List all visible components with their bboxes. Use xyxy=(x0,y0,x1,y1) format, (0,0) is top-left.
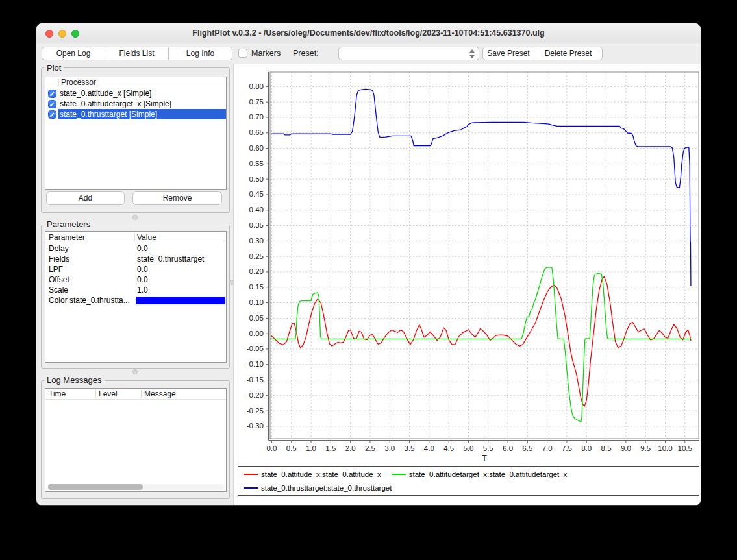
column-value: Value xyxy=(137,232,156,243)
scrollbar-thumb[interactable] xyxy=(48,484,143,490)
series-label[interactable]: state_0.attitude_x [Simple] xyxy=(58,88,226,99)
fields-list-button[interactable]: Fields List xyxy=(105,47,169,60)
svg-text:1.0: 1.0 xyxy=(306,444,316,452)
svg-text:8.5: 8.5 xyxy=(601,444,612,452)
preset-label: Preset: xyxy=(293,47,319,60)
log-info-button[interactable]: Log Info xyxy=(169,47,232,60)
svg-text:0.65: 0.65 xyxy=(249,128,264,136)
svg-text:0.05: 0.05 xyxy=(249,314,264,322)
flight-data-chart[interactable]: -0.30-0.25-0.20-0.15-0.10-0.050.000.050.… xyxy=(234,64,701,463)
processor-column-header: Processor xyxy=(45,77,226,88)
log-messages-group-title: Log Messages xyxy=(44,376,105,384)
open-log-button[interactable]: Open Log xyxy=(42,47,105,60)
column-level: Level xyxy=(99,389,118,400)
table-row[interactable]: Offset 0.0 xyxy=(45,274,226,285)
series-visible-checkbox[interactable] xyxy=(48,110,56,119)
list-item[interactable]: state_0.attitude_x [Simple] xyxy=(45,88,226,99)
add-button[interactable]: Add xyxy=(46,191,125,205)
markers-label: Markers xyxy=(251,47,281,60)
flightplot-window: FlightPlot v.0.3.2 - /Users/oleg/Documen… xyxy=(36,23,701,506)
horizontal-scrollbar[interactable] xyxy=(47,484,225,490)
legend-item: state_0.attitude_x:state_0.attitude_x xyxy=(244,467,381,481)
svg-text:0.50: 0.50 xyxy=(249,175,264,183)
svg-text:5.0: 5.0 xyxy=(463,444,473,452)
svg-text:0.0: 0.0 xyxy=(266,444,277,452)
vertical-splitter-handle[interactable] xyxy=(229,280,234,285)
svg-text:2.5: 2.5 xyxy=(365,444,375,452)
list-item[interactable]: state_0.attitudetarget_x [Simple] xyxy=(45,99,226,109)
horizontal-splitter-handle[interactable] xyxy=(132,369,138,374)
svg-text:10.0: 10.0 xyxy=(658,444,672,452)
table-row[interactable]: Scale 1.0 xyxy=(45,285,226,295)
legend-item: state_0.thrusttarget:state_0.thrusttarge… xyxy=(244,481,392,494)
svg-text:-0.25: -0.25 xyxy=(247,407,264,415)
svg-text:0.5: 0.5 xyxy=(286,444,297,452)
svg-text:0.80: 0.80 xyxy=(249,82,264,90)
svg-text:-0.05: -0.05 xyxy=(247,345,264,352)
svg-text:-0.20: -0.20 xyxy=(247,391,264,399)
horizontal-splitter-handle[interactable] xyxy=(132,215,138,220)
preset-actions-group: Save Preset Delete Preset xyxy=(482,47,603,60)
svg-text:9.5: 9.5 xyxy=(640,444,651,452)
svg-text:4.0: 4.0 xyxy=(424,444,434,452)
window-title: FlightPlot v.0.3.2 - /Users/oleg/Documen… xyxy=(36,23,701,43)
log-table-header: Time Level Message xyxy=(45,389,226,400)
svg-text:-0.15: -0.15 xyxy=(247,376,264,383)
delete-preset-button[interactable]: Delete Preset xyxy=(534,47,603,60)
parameters-table[interactable]: Parameter Value Delay 0.0 Fields state_0… xyxy=(45,231,227,363)
legend-item: state_0.attitudetarget_x:state_0.attitud… xyxy=(392,467,568,481)
series-visible-checkbox[interactable] xyxy=(48,90,56,98)
svg-text:2.0: 2.0 xyxy=(345,444,356,452)
legend-label: state_0.attitudetarget_x:state_0.attitud… xyxy=(409,470,568,478)
toolbar: Open Log Fields List Log Info Markers Pr… xyxy=(36,44,701,64)
legend-label: state_0.thrusttarget:state_0.thrusttarge… xyxy=(261,484,392,492)
legend-swatch-icon xyxy=(244,487,258,489)
svg-text:0.25: 0.25 xyxy=(249,252,264,260)
preset-combobox[interactable] xyxy=(338,47,479,60)
title-bar[interactable]: FlightPlot v.0.3.2 - /Users/oleg/Documen… xyxy=(36,23,701,43)
svg-text:0.00: 0.00 xyxy=(249,330,264,337)
svg-text:3.5: 3.5 xyxy=(405,444,415,452)
plot-group-title: Plot xyxy=(44,64,64,72)
series-color-swatch[interactable] xyxy=(136,297,225,304)
column-message: Message xyxy=(144,389,176,400)
vertical-splitter[interactable] xyxy=(233,64,234,505)
chart-legend: state_0.attitude_x:state_0.attitude_xsta… xyxy=(238,466,699,496)
series-label[interactable]: state_0.attitudetarget_x [Simple] xyxy=(58,99,226,109)
log-messages-table[interactable]: Time Level Message xyxy=(45,388,227,492)
table-row[interactable]: Delay 0.0 xyxy=(45,243,226,254)
chart-panel: -0.30-0.25-0.20-0.15-0.10-0.050.000.050.… xyxy=(234,64,701,506)
svg-text:0.45: 0.45 xyxy=(249,190,264,198)
svg-text:7.0: 7.0 xyxy=(542,444,553,452)
legend-swatch-icon xyxy=(392,474,406,475)
svg-text:10.5: 10.5 xyxy=(678,444,692,452)
svg-text:0.30: 0.30 xyxy=(249,237,264,245)
preset-input[interactable] xyxy=(343,48,464,59)
markers-checkbox[interactable] xyxy=(238,49,247,58)
list-item-selected[interactable]: state_0.thrusttarget [Simple] xyxy=(45,109,226,119)
log-actions-group: Open Log Fields List Log Info xyxy=(42,47,232,60)
series-label[interactable]: state_0.thrusttarget [Simple] xyxy=(58,109,226,119)
series-visible-checkbox[interactable] xyxy=(48,100,56,108)
table-row-color[interactable]: Color state_0.thrustta... xyxy=(45,295,226,306)
svg-text:9.0: 9.0 xyxy=(621,444,631,452)
svg-text:0.40: 0.40 xyxy=(249,206,264,213)
column-divider xyxy=(141,390,142,398)
parameters-group-title: Parameters xyxy=(44,220,93,228)
column-parameter: Parameter xyxy=(49,232,85,243)
legend-swatch-icon xyxy=(244,474,258,475)
combo-stepper-icon[interactable] xyxy=(468,49,476,59)
svg-text:0.55: 0.55 xyxy=(249,160,264,167)
svg-text:5.5: 5.5 xyxy=(483,444,493,452)
processor-list[interactable]: Processor state_0.attitude_x [Simple] st… xyxy=(45,77,227,190)
remove-button[interactable]: Remove xyxy=(132,191,222,205)
svg-text:0.70: 0.70 xyxy=(249,113,264,121)
svg-text:4.5: 4.5 xyxy=(443,444,454,452)
table-row[interactable]: Fields state_0.thrusttarget xyxy=(45,254,226,264)
save-preset-button[interactable]: Save Preset xyxy=(482,47,534,60)
table-row[interactable]: LPF 0.0 xyxy=(45,264,226,274)
svg-text:0.35: 0.35 xyxy=(249,221,264,229)
svg-text:8.0: 8.0 xyxy=(581,444,592,452)
svg-text:T: T xyxy=(482,454,487,463)
svg-text:0.15: 0.15 xyxy=(249,283,264,291)
